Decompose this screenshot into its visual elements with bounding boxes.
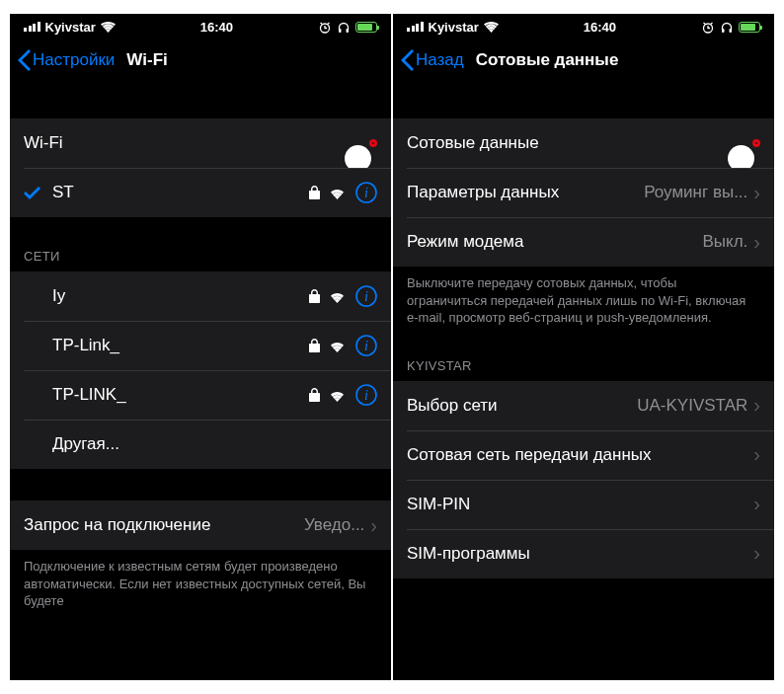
- kyivstar-header: KYIVSTAR: [393, 358, 774, 381]
- network-row[interactable]: TP-LINK_ i: [10, 370, 391, 420]
- nav-bar: Назад Сотовые данные: [393, 39, 774, 81]
- info-icon[interactable]: i: [355, 285, 377, 307]
- other-label: Другая...: [52, 434, 377, 454]
- svg-rect-12: [722, 29, 725, 33]
- info-icon[interactable]: i: [355, 384, 377, 406]
- cellular-footer: Выключите передачу сотовых данных, чтобы…: [393, 267, 774, 327]
- carrier-label: Kyivstar: [429, 20, 479, 35]
- ask-to-join-row[interactable]: Запрос на подключение Уведо... ›: [10, 501, 391, 550]
- data-options-row[interactable]: Параметры данных Роуминг вы... ›: [393, 168, 774, 217]
- network-label: TP-LINK_: [52, 385, 309, 405]
- ask-footer: Подключение к известным сетям будет прои…: [10, 550, 391, 610]
- status-bar: Kyivstar 16:40: [393, 14, 774, 39]
- status-bar: Kyivstar 16:40: [10, 14, 391, 39]
- nav-bar: Настройки Wi-Fi: [10, 39, 391, 81]
- chevron-left-icon: [401, 49, 414, 71]
- cellular-toggle-row[interactable]: Сотовые данные: [393, 118, 774, 168]
- network-row[interactable]: TP-Link_ i: [10, 321, 391, 370]
- connected-network-label: S T: [52, 183, 309, 202]
- sim-apps-row[interactable]: SIM-программы ›: [393, 529, 774, 578]
- lock-icon: [309, 388, 320, 402]
- wifi-icon: [484, 22, 499, 33]
- svg-rect-13: [730, 29, 733, 33]
- back-label: Назад: [416, 50, 464, 70]
- back-button[interactable]: Настройки: [18, 49, 115, 71]
- alarm-icon: [318, 21, 332, 34]
- wifi-strength-icon: [329, 389, 346, 402]
- wifi-label: Wi-Fi: [24, 133, 369, 153]
- battery-icon: [355, 22, 377, 33]
- data-options-value: Роуминг вы...: [644, 183, 747, 202]
- back-button[interactable]: Назад: [401, 49, 464, 71]
- network-label: TP-Link_: [52, 336, 309, 355]
- hotspot-label: Режим модема: [407, 232, 702, 252]
- hotspot-value: Выкл.: [702, 232, 747, 252]
- sim-pin-row[interactable]: SIM-PIN ›: [393, 480, 774, 529]
- wifi-icon: [101, 22, 116, 33]
- chevron-right-icon: ›: [753, 493, 760, 515]
- network-selection-value: UA-KYIVSTAR: [637, 396, 747, 416]
- chevron-right-icon: ›: [753, 542, 760, 565]
- alarm-icon: [701, 21, 715, 34]
- phone-left: Kyivstar 16:40 Настройки Wi-Fi Wi-Fi S T…: [10, 14, 391, 680]
- back-label: Настройки: [33, 50, 115, 70]
- info-icon[interactable]: i: [355, 182, 377, 203]
- signal-icon: [24, 22, 40, 32]
- network-label: I y: [52, 286, 309, 306]
- chevron-right-icon: ›: [753, 394, 760, 417]
- cellular-network-label: Сотовая сеть передачи данных: [407, 445, 753, 465]
- sim-apps-label: SIM-программы: [407, 544, 753, 564]
- carrier-label: Kyivstar: [45, 20, 96, 35]
- lock-icon: [309, 289, 320, 303]
- cellular-network-row[interactable]: Сотовая сеть передачи данных ›: [393, 430, 774, 480]
- wifi-strength-icon: [329, 290, 346, 303]
- chevron-right-icon: ›: [370, 514, 377, 537]
- cellular-label: Сотовые данные: [407, 133, 752, 153]
- wifi-strength-icon: [329, 340, 346, 352]
- sim-pin-label: SIM-PIN: [407, 495, 753, 514]
- data-options-label: Параметры данных: [407, 183, 644, 202]
- headphone-icon: [720, 21, 734, 34]
- network-selection-label: Выбор сети: [407, 396, 637, 416]
- svg-text:i: i: [364, 289, 368, 304]
- phone-right: Kyivstar 16:40 Назад Сотовые данные Сото…: [393, 14, 774, 680]
- svg-text:i: i: [364, 388, 368, 403]
- time-label: 16:40: [584, 20, 616, 35]
- network-row[interactable]: I y i: [10, 271, 391, 321]
- page-title: Wi-Fi: [126, 50, 167, 70]
- toggle-highlight: [369, 139, 377, 147]
- wifi-toggle-row[interactable]: Wi-Fi: [10, 118, 391, 168]
- ask-label: Запрос на подключение: [24, 515, 304, 535]
- chevron-right-icon: ›: [753, 443, 760, 466]
- signal-icon: [407, 22, 424, 32]
- info-icon[interactable]: i: [355, 335, 377, 356]
- lock-icon: [309, 339, 320, 352]
- svg-text:i: i: [364, 186, 368, 200]
- time-label: 16:40: [200, 20, 233, 35]
- battery-icon: [739, 22, 760, 33]
- other-network-row[interactable]: Другая...: [10, 420, 391, 469]
- page-title: Сотовые данные: [476, 50, 619, 70]
- chevron-right-icon: ›: [753, 231, 760, 254]
- chevron-left-icon: [18, 49, 31, 71]
- chevron-right-icon: ›: [753, 182, 760, 204]
- networks-header: СЕТИ: [10, 249, 391, 271]
- lock-icon: [309, 186, 320, 199]
- wifi-strength-icon: [329, 187, 346, 199]
- network-selection-row[interactable]: Выбор сети UA-KYIVSTAR ›: [393, 381, 774, 430]
- connected-network-row[interactable]: S T i: [10, 168, 391, 217]
- hotspot-row[interactable]: Режим модема Выкл. ›: [393, 217, 774, 267]
- check-icon: [24, 187, 40, 199]
- svg-text:i: i: [364, 339, 368, 353]
- toggle-highlight: [752, 139, 760, 147]
- svg-rect-2: [347, 29, 350, 33]
- ask-value: Уведо...: [304, 515, 364, 535]
- svg-rect-1: [339, 29, 342, 33]
- headphone-icon: [337, 21, 351, 34]
